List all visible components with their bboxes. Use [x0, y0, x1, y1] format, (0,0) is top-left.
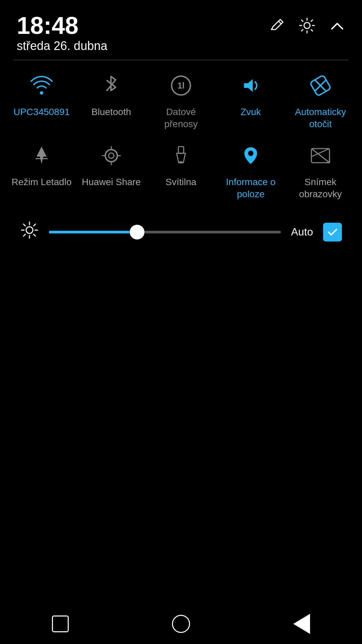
airplane-icon	[30, 144, 53, 171]
svg-rect-7	[179, 161, 183, 163]
qs-row-1: UPC3450891 Bluetooth 1l Datové přenosy	[7, 74, 355, 130]
qs-tile-location[interactable]: Informace o poloze	[221, 144, 281, 201]
screenshot-icon	[309, 144, 332, 171]
back-button[interactable]	[288, 610, 315, 637]
qs-tile-huawei-share[interactable]: Huawei Share	[81, 144, 141, 201]
qs-label-sound: Zvuk	[241, 106, 261, 118]
status-bar: 18:48 středa 26. dubna	[0, 0, 362, 60]
qs-label-huawei-share: Huawei Share	[82, 176, 141, 188]
settings-icon[interactable]	[298, 17, 316, 38]
torch-icon	[169, 144, 193, 171]
qs-tile-torch[interactable]: Svítilna	[151, 144, 211, 201]
brightness-icon	[20, 221, 39, 244]
home-button[interactable]	[168, 610, 194, 637]
qs-tile-rotation[interactable]: Automaticky otočit	[290, 74, 351, 130]
qs-label-screenshot: Snímek obrazovky	[290, 176, 351, 201]
wifi-icon	[30, 74, 53, 101]
auto-checkbox[interactable]	[323, 223, 342, 241]
svg-point-4	[105, 150, 117, 162]
brightness-thumb	[130, 225, 144, 239]
collapse-icon[interactable]	[329, 17, 345, 37]
bluetooth-icon	[100, 74, 123, 101]
huawei-share-icon	[100, 144, 123, 171]
brightness-row: Auto	[7, 214, 355, 250]
svg-point-8	[248, 151, 253, 156]
brightness-slider[interactable]	[49, 231, 281, 233]
back-icon	[293, 614, 310, 634]
svg-text:1l: 1l	[177, 80, 185, 91]
svg-rect-6	[178, 147, 184, 153]
home-icon	[172, 615, 190, 633]
rotation-icon	[309, 74, 332, 101]
qs-tile-airplane[interactable]: Režim Letadlo	[11, 144, 72, 201]
sound-icon	[239, 74, 262, 101]
date: středa 26. dubna	[17, 39, 107, 53]
qs-label-bluetooth: Bluetooth	[92, 106, 131, 118]
qs-label-wifi: UPC3450891	[13, 106, 70, 118]
header-icons	[269, 13, 345, 38]
brightness-fill	[49, 231, 137, 233]
qs-tile-sound[interactable]: Zvuk	[221, 74, 281, 130]
quick-settings: UPC3450891 Bluetooth 1l Datové přenosy	[0, 60, 362, 257]
location-icon	[239, 144, 262, 171]
qs-label-airplane: Režim Letadlo	[12, 176, 72, 188]
qs-label-torch: Svítilna	[166, 176, 196, 188]
qs-row-2: Režim Letadlo Huawei Share	[7, 144, 355, 201]
qs-tile-bluetooth[interactable]: Bluetooth	[81, 74, 141, 130]
time-block: 18:48 středa 26. dubna	[17, 13, 107, 53]
qs-label-location: Informace o poloze	[221, 176, 281, 201]
qs-tile-screenshot[interactable]: Snímek obrazovky	[290, 144, 351, 201]
svg-point-0	[304, 22, 310, 29]
qs-tile-wifi[interactable]: UPC3450891	[11, 74, 72, 130]
qs-tile-data[interactable]: 1l Datové přenosy	[151, 74, 211, 130]
auto-label: Auto	[291, 226, 313, 238]
svg-point-14	[26, 227, 33, 233]
qs-label-data: Datové přenosy	[151, 106, 211, 130]
recents-icon	[52, 615, 69, 632]
clock: 18:48	[17, 13, 107, 38]
edit-icon[interactable]	[269, 17, 285, 37]
qs-label-rotation: Automaticky otočit	[290, 106, 351, 130]
data-icon: 1l	[169, 74, 193, 101]
recents-button[interactable]	[47, 610, 74, 637]
nav-bar	[0, 604, 362, 644]
svg-point-5	[109, 153, 114, 158]
